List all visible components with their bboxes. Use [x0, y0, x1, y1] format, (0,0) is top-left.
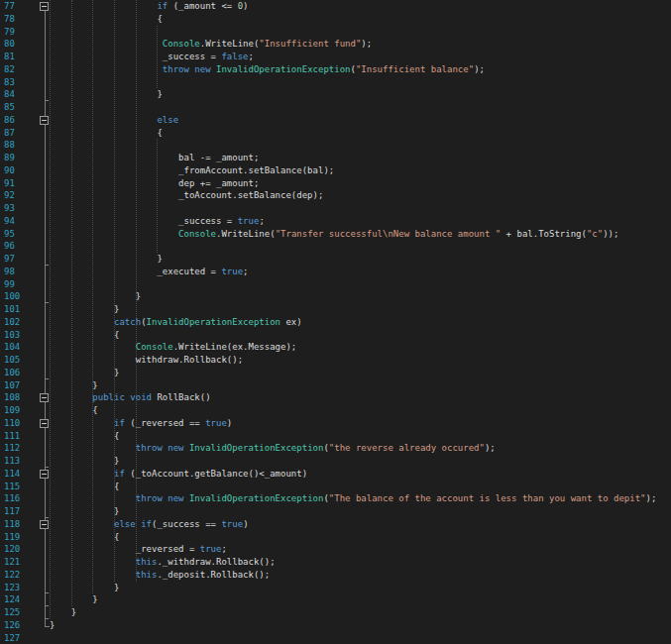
code-editor[interactable]: 77if (_amount <= 0)78{7980Console.WriteL… [0, 0, 671, 644]
line-number[interactable]: 125 [4, 606, 20, 619]
code-line-94[interactable]: 94_success = true; [0, 215, 671, 228]
line-number[interactable]: 127 [4, 632, 20, 644]
code-line-86[interactable]: 86else [0, 114, 671, 127]
line-number[interactable]: 100 [4, 290, 20, 303]
line-number[interactable]: 119 [4, 531, 20, 544]
fold-toggle-line-118[interactable] [40, 520, 49, 529]
line-number[interactable]: 115 [4, 481, 20, 493]
fold-toggle-line-86[interactable] [40, 116, 49, 125]
line-number[interactable]: 84 [4, 88, 15, 101]
code-line-89[interactable]: 89bal -= _amount; [0, 152, 671, 164]
code-line-123[interactable]: 123} [0, 582, 671, 594]
code-line-118[interactable]: 118else if(_success == true) [0, 518, 671, 531]
line-number[interactable]: 111 [4, 430, 20, 443]
code-line-93[interactable]: 93 [0, 202, 671, 215]
code-line-105[interactable]: 105withdraw.Rollback(); [0, 354, 671, 367]
line-number[interactable]: 79 [4, 26, 15, 39]
line-number[interactable]: 87 [4, 127, 15, 140]
code-line-127[interactable]: 127 [0, 632, 671, 644]
code-line-88[interactable]: 88 [0, 139, 671, 152]
line-number[interactable]: 85 [4, 101, 15, 114]
code-line-110[interactable]: 110if (_reversed == true) [0, 417, 671, 430]
line-number[interactable]: 102 [4, 316, 20, 329]
code-line-119[interactable]: 119{ [0, 531, 671, 544]
line-number[interactable]: 122 [4, 569, 20, 582]
code-line-82[interactable]: 82throw new InvalidOperationException("I… [0, 63, 671, 76]
line-number[interactable]: 120 [4, 543, 20, 556]
fold-toggle-line-110[interactable] [40, 419, 49, 428]
line-number[interactable]: 121 [4, 556, 20, 569]
code-line-95[interactable]: 95Console.WriteLine("Transfer successful… [0, 228, 671, 241]
line-number[interactable]: 94 [4, 215, 15, 228]
code-line-116[interactable]: 116throw new InvalidOperationException("… [0, 492, 671, 505]
code-line-108[interactable]: 108public void RollBack() [0, 391, 671, 404]
line-number[interactable]: 114 [4, 468, 20, 481]
code-line-102[interactable]: 102catch(InvalidOperationException ex) [0, 316, 671, 329]
code-line-112[interactable]: 112throw new InvalidOperationException("… [0, 442, 671, 455]
line-number[interactable]: 80 [4, 38, 15, 51]
line-number[interactable]: 118 [4, 518, 20, 531]
code-line-101[interactable]: 101} [0, 303, 671, 316]
line-number[interactable]: 82 [4, 63, 15, 76]
line-number[interactable]: 90 [4, 164, 15, 177]
code-line-97[interactable]: 97} [0, 253, 671, 266]
code-line-79[interactable]: 79 [0, 26, 671, 39]
code-line-91[interactable]: 91dep += _amount; [0, 177, 671, 190]
code-line-83[interactable]: 83 [0, 76, 671, 89]
code-line-109[interactable]: 109{ [0, 404, 671, 417]
line-number[interactable]: 92 [4, 189, 15, 202]
code-line-122[interactable]: 122this._deposit.Rollback(); [0, 569, 671, 582]
fold-toggle-line-77[interactable] [40, 2, 49, 11]
line-number[interactable]: 109 [4, 404, 20, 417]
code-line-103[interactable]: 103{ [0, 329, 671, 342]
fold-toggle-line-114[interactable] [40, 470, 49, 479]
line-number[interactable]: 110 [4, 417, 20, 430]
line-number[interactable]: 101 [4, 303, 20, 316]
line-number[interactable]: 77 [4, 0, 15, 13]
code-line-104[interactable]: 104Console.WriteLine(ex.Message); [0, 341, 671, 354]
line-number[interactable]: 107 [4, 379, 20, 392]
code-line-96[interactable]: 96 [0, 240, 671, 253]
line-number[interactable]: 113 [4, 455, 20, 468]
line-number[interactable]: 88 [4, 139, 15, 152]
line-number[interactable]: 78 [4, 13, 15, 26]
code-line-87[interactable]: 87{ [0, 127, 671, 140]
line-number[interactable]: 89 [4, 152, 15, 164]
line-number[interactable]: 124 [4, 593, 20, 606]
code-line-114[interactable]: 114if (_toAccount.getBalance()<_amount) [0, 468, 671, 481]
code-line-125[interactable]: 125} [0, 606, 671, 619]
line-number[interactable]: 97 [4, 253, 15, 266]
code-line-126[interactable]: 126} [0, 619, 671, 632]
code-line-80[interactable]: 80Console.WriteLine("Insufficient fund")… [0, 38, 671, 51]
line-number[interactable]: 95 [4, 228, 15, 241]
code-line-100[interactable]: 100} [0, 290, 671, 303]
code-line-115[interactable]: 115{ [0, 481, 671, 493]
code-line-121[interactable]: 121this._withdraw.Rollback(); [0, 556, 671, 569]
code-line-84[interactable]: 84} [0, 88, 671, 101]
code-line-98[interactable]: 98_executed = true; [0, 266, 671, 278]
line-number[interactable]: 116 [4, 492, 20, 505]
code-line-106[interactable]: 106} [0, 367, 671, 379]
line-number[interactable]: 81 [4, 51, 15, 63]
line-number[interactable]: 91 [4, 177, 15, 190]
fold-toggle-line-108[interactable] [40, 393, 49, 402]
code-line-107[interactable]: 107} [0, 379, 671, 392]
code-line-111[interactable]: 111{ [0, 430, 671, 443]
line-number[interactable]: 105 [4, 354, 20, 367]
code-line-113[interactable]: 113} [0, 455, 671, 468]
code-line-77[interactable]: 77if (_amount <= 0) [0, 0, 671, 13]
code-line-90[interactable]: 90_fromAccount.setBalance(bal); [0, 164, 671, 177]
line-number[interactable]: 99 [4, 278, 15, 291]
line-number[interactable]: 96 [4, 240, 15, 253]
code-line-99[interactable]: 99 [0, 278, 671, 291]
line-number[interactable]: 108 [4, 391, 20, 404]
line-number[interactable]: 93 [4, 202, 15, 215]
line-number[interactable]: 83 [4, 76, 15, 89]
line-number[interactable]: 98 [4, 266, 15, 278]
code-line-124[interactable]: 124} [0, 593, 671, 606]
line-number[interactable]: 104 [4, 341, 20, 354]
code-line-81[interactable]: 81_success = false; [0, 51, 671, 63]
code-line-78[interactable]: 78{ [0, 13, 671, 26]
line-number[interactable]: 112 [4, 442, 20, 455]
line-number[interactable]: 103 [4, 329, 20, 342]
